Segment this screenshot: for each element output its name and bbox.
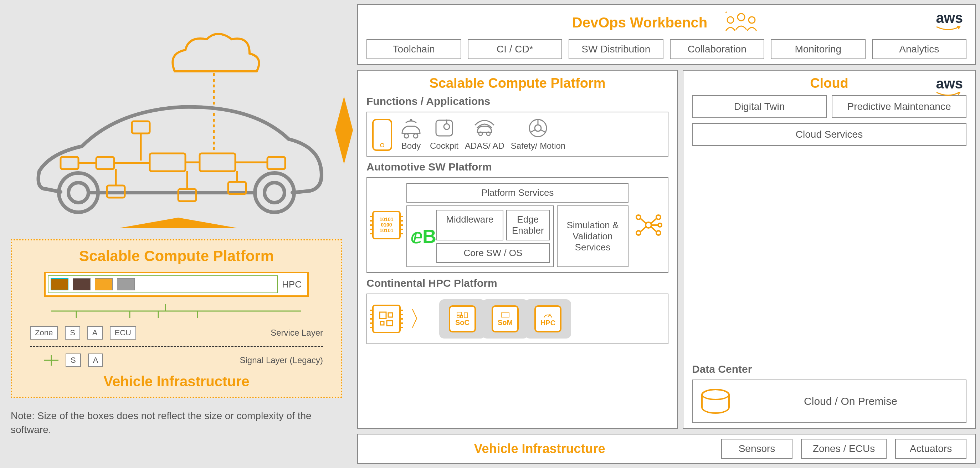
devops-item: SW Distribution	[569, 39, 663, 59]
svg-point-35	[749, 17, 755, 23]
aws-logo: aws	[936, 10, 963, 31]
chp-chip-icon	[372, 305, 401, 333]
svg-rect-67	[464, 313, 468, 318]
s-box: S	[65, 353, 81, 367]
svg-rect-10	[267, 157, 285, 169]
svg-rect-63	[387, 321, 393, 326]
svg-point-45	[535, 125, 541, 131]
phone-icon	[372, 119, 392, 151]
aws-logo: aws	[936, 76, 963, 97]
car-cloud-svg	[25, 18, 328, 232]
team-icon	[722, 10, 761, 35]
zone-box: Zone	[30, 326, 58, 340]
edge-enabler-box: Edge Enabler	[506, 210, 550, 240]
func-safety: Safety/ Motion	[511, 117, 565, 151]
network-node-icon	[634, 211, 663, 240]
sim-services-box: Simulation & Validation Services	[557, 206, 628, 267]
svg-rect-65	[457, 316, 459, 318]
svg-point-38	[414, 134, 418, 138]
devops-title: DevOps Workbench	[572, 14, 707, 31]
platform-services: Platform Services	[406, 183, 628, 203]
svg-point-33	[738, 14, 745, 21]
hpc-label: HPC	[282, 279, 305, 290]
func-body: Body	[399, 117, 423, 151]
car-diagram	[11, 11, 342, 239]
vi-bottom-label: Vehicle Infrastructure	[366, 441, 713, 456]
chp-box: 〉 SoC SoM HPC	[366, 294, 668, 344]
cloud-title: Cloud	[810, 76, 848, 91]
database-icon	[701, 389, 730, 414]
svg-point-43	[487, 132, 490, 136]
dc-item: Cloud / On Premise	[744, 395, 957, 407]
service-layer-row: Zone S A ECU Service Layer	[30, 326, 323, 340]
hpc-chip	[95, 278, 113, 291]
devops-items: Toolchain CI / CD* SW Distribution Colla…	[366, 39, 966, 59]
svg-marker-23	[335, 96, 344, 164]
som-piece: SoM	[492, 305, 519, 332]
cloud-item: Cloud Services	[692, 123, 966, 146]
devops-item: CI / CD*	[468, 39, 563, 59]
dc-header: Data Center	[692, 363, 966, 375]
dc-box: Cloud / On Premise	[692, 380, 966, 423]
footnote: Note: Size of the boxes does not reflect…	[11, 409, 342, 437]
svg-point-56	[656, 231, 660, 235]
chp-header: Continental HPC Platform	[366, 277, 668, 289]
a-box: A	[88, 353, 103, 367]
svg-point-3	[255, 173, 294, 212]
signal-layer-label: Signal Layer (Legacy)	[240, 355, 323, 365]
hpc-chip	[51, 278, 68, 291]
svg-line-51	[641, 219, 646, 224]
svg-point-40	[444, 124, 450, 129]
vi-item: Sensors	[721, 439, 792, 459]
green-bus-line	[30, 304, 323, 318]
svg-point-34	[727, 17, 733, 23]
svg-line-57	[651, 227, 656, 232]
svg-line-53	[651, 219, 656, 224]
a-box: A	[88, 326, 103, 340]
signal-layer-row: S A Signal Layer (Legacy)	[30, 353, 323, 367]
service-layer-label: Service Layer	[270, 328, 323, 338]
svg-rect-64	[457, 312, 461, 315]
svg-point-2	[68, 183, 88, 203]
cloud-item: Digital Twin	[692, 95, 827, 118]
arrow-right-icon: 〉	[409, 305, 431, 334]
func-cockpit: Cockpit	[430, 117, 458, 151]
hpc-chip	[73, 278, 91, 291]
scp-summary-box: Scalable Compute Platform HPC Zone S A E…	[11, 239, 342, 398]
svg-rect-60	[380, 312, 386, 319]
asw-box: 10101 0100 10101 Platform Services ⅇB Mi…	[366, 177, 668, 273]
vi-item: Actuators	[895, 439, 966, 459]
layer-divider	[30, 346, 323, 347]
svg-rect-5	[132, 121, 150, 133]
svg-marker-22	[118, 217, 239, 228]
svg-rect-62	[380, 321, 384, 325]
svg-rect-61	[388, 313, 393, 317]
scp-card: Scalable Compute Platform Functions / Ap…	[357, 70, 678, 429]
hpc-piece: HPC	[535, 305, 562, 332]
svg-point-36	[410, 120, 412, 121]
scp-card-title: Scalable Compute Platform	[366, 76, 668, 91]
svg-line-47	[530, 130, 535, 133]
vehicle-infra-row: Vehicle Infrastructure Sensors Zones / E…	[357, 434, 976, 464]
core-sw-box: Core SW / OS	[436, 243, 550, 263]
svg-rect-6	[60, 157, 78, 169]
svg-point-58	[658, 223, 662, 227]
vi-title: Vehicle Infrastructure	[23, 374, 330, 390]
func-adas: ADAS/ AD	[465, 117, 504, 151]
devops-item: Analytics	[872, 39, 967, 59]
cloud-item: Predictive Maintenance	[832, 95, 966, 118]
devops-item: Collaboration	[670, 39, 765, 59]
hpc-chip	[117, 278, 135, 291]
eb-logo-icon: ⅇB	[411, 225, 433, 248]
svg-rect-68	[501, 313, 509, 317]
svg-line-48	[541, 130, 546, 133]
asw-header: Automotive SW Platform	[366, 161, 668, 173]
vi-item: Zones / ECUs	[801, 439, 886, 459]
hpc-box: HPC	[44, 272, 309, 297]
svg-point-37	[404, 134, 409, 138]
svg-rect-66	[461, 316, 463, 318]
puzzle-chain: SoC SoM HPC	[439, 299, 568, 339]
devops-item: Monitoring	[771, 39, 865, 59]
ecu-box: ECU	[110, 326, 136, 340]
devops-item: Toolchain	[366, 39, 461, 59]
